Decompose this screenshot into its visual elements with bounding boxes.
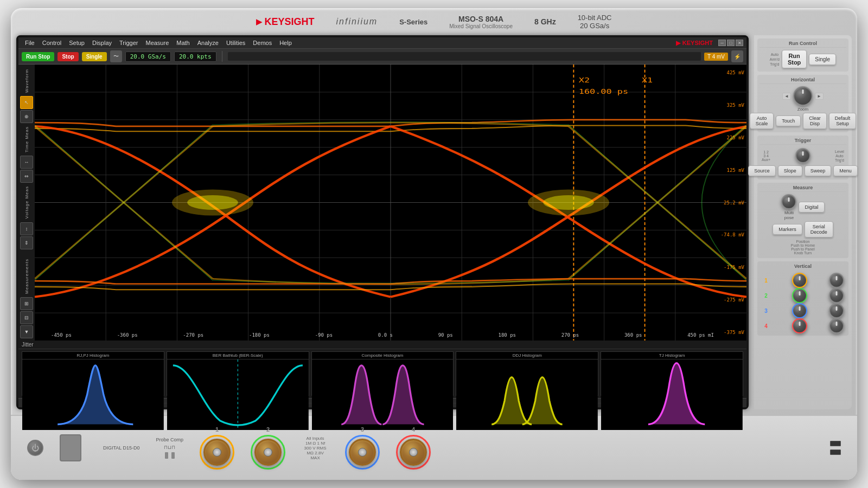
usb-port-2[interactable] <box>830 450 841 455</box>
trigger-level-knob[interactable] <box>795 148 810 163</box>
sweep-button[interactable]: Sweep <box>805 165 832 176</box>
touch-button[interactable]: Touch <box>776 115 801 126</box>
markers-button[interactable]: Markers <box>773 224 802 235</box>
clear-display-button[interactable]: ClearDisp <box>803 113 827 129</box>
tj-title: TJ Histogram <box>601 352 743 359</box>
maximize-button[interactable]: □ <box>727 40 735 46</box>
ch1-front-label: 1 <box>215 426 219 433</box>
waveform-icon[interactable]: 〜 <box>110 50 122 62</box>
scroll-down[interactable]: ▼ <box>20 325 33 338</box>
ch1-bnc-connector[interactable] <box>200 435 234 470</box>
meas-tool2[interactable]: ⊟ <box>20 311 33 324</box>
probe-comp-label: Probe Comp <box>156 437 184 442</box>
measure-knob-row: Multipose Digital <box>760 194 846 220</box>
menu-utilities[interactable]: Utilities <box>223 38 248 47</box>
armed-label: Arm'd <box>770 57 780 61</box>
ch4-bnc-connector[interactable] <box>396 435 431 470</box>
menu-measure[interactable]: Measure <box>142 38 172 47</box>
v-meas-tool2[interactable]: ⇕ <box>20 236 33 249</box>
ch3-bnc[interactable] <box>349 439 376 466</box>
menu-trigger[interactable]: Trigger <box>116 38 141 47</box>
position-label: Position <box>761 240 845 243</box>
menu-analyze[interactable]: Analyze <box>194 38 222 47</box>
source-button[interactable]: Source <box>748 165 776 176</box>
series-label: S-Series <box>399 18 427 26</box>
single-button-right[interactable]: Single <box>809 54 836 65</box>
ch4-knob[interactable] <box>792 318 807 333</box>
menu-keysight-logo: ▶ KEYSIGHT <box>676 40 713 47</box>
auto-armed-group: Auto Arm'd Trig'd <box>770 53 780 66</box>
keysight-name: KEYSIGHT <box>264 16 314 28</box>
time-meas-tool2[interactable]: ⇔ <box>20 170 33 183</box>
default-setup-button[interactable]: DefaultSetup <box>829 113 857 129</box>
ddj-title: DDJ Histogram <box>456 352 598 359</box>
trigger-icon[interactable]: ⚡ <box>731 50 743 62</box>
oscilloscope: KEYSIGHT infiniium S-Series MSO-S 804A M… <box>11 8 857 480</box>
trigif-label: Trig'd <box>770 62 779 66</box>
time-meas-tool[interactable]: ↔ <box>20 156 33 169</box>
ch3-knob[interactable] <box>792 303 807 318</box>
menu-control[interactable]: Control <box>39 38 65 47</box>
ch2-pos-knob[interactable] <box>829 288 844 303</box>
digital-io-label: DIGITAL D15-D0 <box>103 445 140 451</box>
trigger-title: Trigger <box>760 138 846 145</box>
ch4-pos-knob[interactable] <box>829 318 844 333</box>
ch1-bnc[interactable] <box>203 439 231 466</box>
zoom-tool[interactable]: ⊕ <box>20 110 33 123</box>
menu-math[interactable]: Math <box>173 38 193 47</box>
minimize-button[interactable]: ─ <box>718 40 726 46</box>
serial-decode-button[interactable]: SerialDecode <box>805 221 833 237</box>
ch4-bnc-group: 4 <box>396 426 431 470</box>
ch3-pos-knob[interactable] <box>829 303 844 318</box>
v-label-7: -175 mV <box>716 265 744 270</box>
usb-port-1[interactable] <box>830 441 841 446</box>
push-home-label: Push to Home <box>761 243 845 247</box>
menu-button[interactable]: Menu <box>833 165 858 176</box>
menu-bar: File Control Setup Display Trigger Measu… <box>18 37 746 49</box>
auto-armed-label: Auto <box>771 53 778 56</box>
run-control-section: Run Control Auto Arm'd Trig'd RunStop Si… <box>757 38 848 72</box>
ch2-bnc[interactable] <box>254 439 282 466</box>
composite-histogram: Composite Histogram <box>311 351 454 396</box>
ch3-front-label: 3 <box>361 426 364 433</box>
h-right-arrow[interactable]: ► <box>815 93 824 100</box>
menu-file[interactable]: File <box>22 38 38 47</box>
ch1-knob[interactable] <box>792 273 807 288</box>
ch2-bnc-connector[interactable] <box>251 435 285 470</box>
ch1-pos-knob[interactable] <box>829 273 844 288</box>
ch3-number: 3 <box>762 308 770 314</box>
card-slot[interactable] <box>60 434 81 461</box>
meas-tool1[interactable]: ⊞ <box>20 297 33 310</box>
h-buttons-row: AutoScale Touch ClearDisp DefaultSetup <box>760 113 846 129</box>
v-meas-tool[interactable]: ↕ <box>20 222 33 235</box>
digital-button[interactable]: Digital <box>799 202 824 213</box>
menu-help[interactable]: Help <box>276 38 295 47</box>
measure-section: Measure Multipose Digital Markers Serial… <box>757 183 848 258</box>
v-label-2: 325 mV <box>716 102 744 108</box>
run-stop-button[interactable]: RunStop <box>782 50 807 68</box>
auto-scale-button[interactable]: AutoScale <box>750 113 774 129</box>
ch2-knob[interactable] <box>792 288 807 303</box>
run-button[interactable]: Run Stop <box>22 52 54 61</box>
stop-button[interactable]: Stop <box>58 52 78 61</box>
menu-demos[interactable]: Demos <box>250 38 275 47</box>
cursor-tool[interactable]: ↖ <box>20 96 33 109</box>
ber-bathtub-histogram: BER Bathtub (BER-Scale) <box>167 351 309 396</box>
single-button[interactable]: Single <box>82 52 107 61</box>
rj-pj-histogram: RJ,PJ Histogram <box>22 351 164 396</box>
horizontal-knob[interactable] <box>793 86 813 106</box>
multipurpose-knob[interactable] <box>781 194 796 209</box>
menu-setup[interactable]: Setup <box>66 38 88 47</box>
slope-button[interactable]: Slope <box>778 165 802 176</box>
ch3-bnc-connector[interactable] <box>345 435 380 470</box>
menu-display[interactable]: Display <box>89 38 115 47</box>
close-button[interactable]: ✕ <box>736 40 743 46</box>
power-button[interactable]: ⏻ <box>27 440 43 456</box>
svg-rect-32 <box>456 359 598 430</box>
svg-text:X1: X1 <box>642 76 653 84</box>
ch4-bnc[interactable] <box>400 439 427 466</box>
screen-container: File Control Setup Display Trigger Measu… <box>16 35 749 409</box>
probe-terminal-1[interactable] <box>165 452 168 459</box>
h-left-arrow[interactable]: ◄ <box>782 93 791 100</box>
probe-terminal-2[interactable] <box>171 452 175 459</box>
